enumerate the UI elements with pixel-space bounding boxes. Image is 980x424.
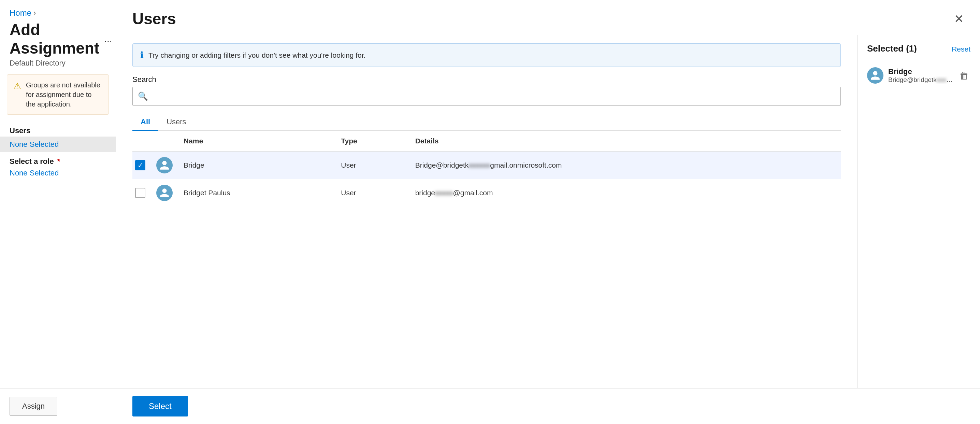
content-area: ℹ Try changing or adding filters if you …: [116, 35, 980, 388]
selected-title: Selected (1): [867, 43, 917, 54]
warning-icon: ⚠: [13, 81, 21, 91]
email-blur: xxxxx: [435, 189, 453, 197]
info-icon: ℹ: [140, 50, 144, 61]
search-input-wrap: 🔍: [132, 87, 841, 106]
checkbox-unchecked[interactable]: [135, 188, 145, 198]
checkbox-cell[interactable]: [132, 179, 151, 207]
search-input[interactable]: [132, 87, 841, 106]
avatar-cell: [151, 179, 178, 207]
assign-button[interactable]: Assign: [10, 397, 57, 416]
selected-divider: [867, 61, 970, 61]
user-name: Bridge: [178, 151, 336, 179]
required-asterisk: *: [57, 157, 60, 166]
close-button[interactable]: ✕: [954, 13, 964, 25]
col-type: Type: [336, 131, 409, 151]
person-icon: [159, 160, 170, 171]
left-panel: Home › Add Assignment ... Default Direct…: [0, 0, 116, 424]
page-title: Add Assignment: [10, 21, 99, 57]
avatar-cell: [151, 151, 178, 179]
user-details: Bridge@bridgetkxxxxxxgmail.onmicrosoft.c…: [410, 151, 841, 179]
role-section-label: Select a role *: [0, 152, 116, 167]
role-none-selected[interactable]: None Selected: [0, 167, 116, 182]
more-options-icon[interactable]: ...: [104, 33, 112, 45]
selected-user-name: Bridge: [888, 67, 953, 76]
bottom-bar: Select: [116, 388, 980, 424]
warning-box: ⚠ Groups are not available for assignmen…: [7, 75, 109, 115]
select-button[interactable]: Select: [132, 396, 188, 416]
person-icon: [159, 187, 170, 198]
search-label: Search: [132, 75, 841, 84]
col-name: Name: [178, 131, 336, 151]
check-icon: ✓: [137, 162, 143, 169]
selected-user-avatar: [867, 67, 883, 84]
table-row: ✓ Bridge User Bridge@bridgetkxxxxxxgmail…: [132, 151, 841, 179]
user-type: User: [336, 179, 409, 207]
warning-text: Groups are not available for assignment …: [26, 80, 102, 109]
users-section-label: Users: [0, 121, 116, 137]
info-banner: ℹ Try changing or adding filters if you …: [132, 43, 841, 67]
tab-all[interactable]: All: [132, 114, 158, 131]
tabs-row: All Users: [132, 114, 841, 131]
selected-user-email: Bridge@bridgetkxxxxgmail.onmicrosoft.c..…: [888, 76, 953, 84]
user-type: User: [336, 151, 409, 179]
table-row: Bridget Paulus User bridgexxxxx@gmail.co…: [132, 179, 841, 207]
selected-user-row: Bridge Bridge@bridgetkxxxxgmail.onmicros…: [867, 67, 970, 84]
checkbox-cell[interactable]: ✓: [132, 151, 151, 179]
left-panel-bottom: Assign: [0, 388, 116, 424]
panel-header: Users ✕: [116, 0, 980, 28]
main-panel: Users ✕ ℹ Try changing or adding filters…: [116, 0, 980, 424]
breadcrumb-chevron-icon: ›: [33, 8, 36, 18]
user-avatar: [156, 185, 173, 201]
col-avatar: [151, 131, 178, 151]
users-table: Name Type Details ✓: [132, 131, 841, 207]
selected-header: Selected (1) Reset: [867, 43, 970, 54]
email-blur: xxxxxx: [468, 161, 490, 169]
person-icon: [870, 70, 881, 81]
reset-link[interactable]: Reset: [952, 45, 970, 53]
subtitle: Default Directory: [0, 59, 116, 75]
user-name: Bridget Paulus: [178, 179, 336, 207]
users-none-selected[interactable]: None Selected: [0, 137, 116, 152]
user-details: bridgexxxxx@gmail.com: [410, 179, 841, 207]
user-avatar: [156, 157, 173, 174]
col-checkbox: [132, 131, 151, 151]
delete-selected-user-button[interactable]: 🗑: [958, 69, 970, 83]
info-text: Try changing or adding filters if you do…: [148, 51, 366, 59]
col-details: Details: [410, 131, 841, 151]
checkbox-checked[interactable]: ✓: [135, 160, 145, 171]
users-list-area: ℹ Try changing or adding filters if you …: [116, 35, 857, 388]
selected-user-info: Bridge Bridge@bridgetkxxxxgmail.onmicros…: [888, 67, 953, 84]
role-label: Select a role: [10, 157, 54, 166]
selected-panel: Selected (1) Reset Bridge Bridge@bridget…: [857, 35, 980, 388]
email-blur-selected: xxxx: [937, 76, 950, 83]
tab-users[interactable]: Users: [158, 114, 194, 131]
panel-title: Users: [132, 10, 176, 28]
breadcrumb-home-link[interactable]: Home: [10, 8, 32, 18]
